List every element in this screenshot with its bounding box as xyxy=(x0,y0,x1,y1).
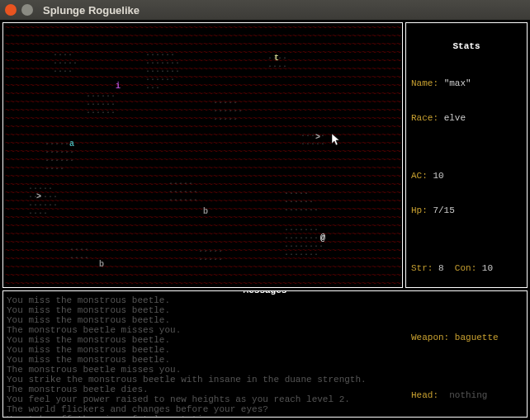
map-item-i: i xyxy=(116,83,121,91)
map-stair: > xyxy=(315,134,320,142)
message-line: You strike the monstrous beetle with ins… xyxy=(7,375,523,385)
window-title: Splunge Roguelike xyxy=(43,4,140,17)
message-line: You miss the monstrous beetle. xyxy=(7,295,523,305)
message-line: You miss the monstrous beetle. xyxy=(7,335,523,345)
map-monster-a: a xyxy=(69,140,74,149)
map-room: ............................. xyxy=(145,50,180,91)
message-line: The monstrous beetle dies. xyxy=(7,385,523,394)
map-stair: > xyxy=(36,193,41,201)
close-icon[interactable] xyxy=(5,4,17,16)
window-titlebar: Splunge Roguelike xyxy=(0,0,530,20)
message-log: You miss the monstrous beetle.You miss t… xyxy=(7,295,523,418)
stat-row: Race: elve xyxy=(411,112,522,124)
message-line: The monstrous beetle misses you. xyxy=(7,325,523,335)
map-room: .............................. xyxy=(284,224,324,257)
message-line: You miss the monstrous beetle. xyxy=(7,315,523,325)
message-line: The monstrous beetle misses you. xyxy=(7,365,523,375)
messages-panel-title: Messages xyxy=(7,290,523,295)
map-monster-b: b xyxy=(99,261,104,269)
map-room: ..................... xyxy=(28,183,58,216)
map-room: ............. xyxy=(53,50,78,74)
stats-panel: Stats Name: "max" Race: elve AC: 10 Hp: … xyxy=(405,22,528,288)
minimize-icon[interactable] xyxy=(21,4,33,16)
message-line: You feel your power raised to new height… xyxy=(7,394,523,404)
messages-panel: Messages You miss the monstrous beetle.Y… xyxy=(2,290,528,418)
map-monster-t: t xyxy=(274,54,279,63)
map-room: .......... xyxy=(198,246,223,262)
stat-row: Str: 8 Con: 10 xyxy=(411,262,522,274)
message-line: The world flickers and changes before yo… xyxy=(7,404,523,414)
stat-row: AC: 10 xyxy=(411,170,522,182)
map-player: @ xyxy=(320,234,325,243)
game-content: ~~~~~~~~~~~~~~~~~~~~~~~~~~~~~~~~~~~~~~~~… xyxy=(0,20,530,420)
message-line: You miss the monstrous beetle. xyxy=(7,345,523,355)
map-room: .......... xyxy=(300,130,325,147)
map-room: ........ xyxy=(69,244,89,261)
stats-panel-title: Stats xyxy=(411,40,522,52)
map-monster-b: b xyxy=(203,208,208,216)
message-line: You miss the monstrous beetle. xyxy=(7,355,523,365)
message-line: You take off the ring of teleportation. xyxy=(7,414,523,418)
stat-row: Name: "max" xyxy=(411,78,522,89)
message-line: You miss the monstrous beetle. xyxy=(7,305,523,315)
map-room: .................. xyxy=(284,188,319,213)
stat-row: Hp: 7/15 xyxy=(411,205,522,216)
map-panel[interactable]: ~~~~~~~~~~~~~~~~~~~~~~~~~~~~~~~~~~~~~~~~… xyxy=(2,22,403,288)
map-room: ................ xyxy=(213,97,243,122)
map-room: ................. xyxy=(168,178,198,203)
map-room: .................. xyxy=(86,91,116,116)
